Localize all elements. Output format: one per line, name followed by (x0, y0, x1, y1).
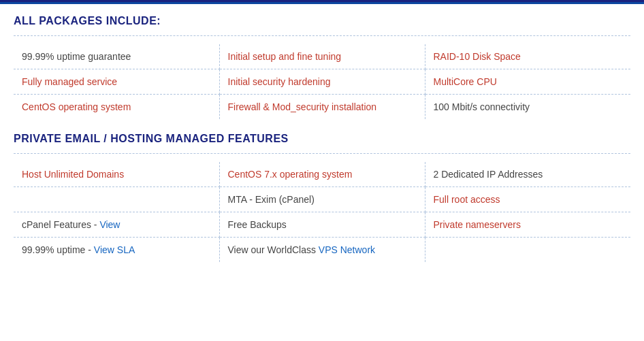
table-cell (425, 238, 630, 263)
table-cell: 99.99% uptime - View SLA (14, 238, 219, 263)
table-row: MTA - Exim (cPanel)Full root access (14, 187, 630, 212)
table-cell: Fully managed service (14, 69, 219, 95)
table-cell: Host Unlimited Domains (14, 162, 219, 187)
all-packages-table: 99.99% uptime guaranteeInitial setup and… (14, 44, 630, 119)
table-row: 99.99% uptime guaranteeInitial setup and… (14, 44, 630, 69)
table-row: cPanel Features - ViewFree BackupsPrivat… (14, 212, 630, 238)
divider-1 (14, 35, 630, 36)
table-cell: MTA - Exim (cPanel) (219, 187, 425, 212)
divider-2 (14, 153, 630, 154)
main-container: ALL PACKAGES INCLUDE: 99.99% uptime guar… (0, 4, 644, 287)
table-cell: 100 Mbit/s connectivity (425, 95, 630, 120)
table-cell: Full root access (425, 187, 630, 212)
table-cell (14, 187, 219, 212)
table-cell: Initial setup and fine tuning (219, 44, 425, 69)
table-cell: MultiCore CPU (425, 69, 630, 95)
table-cell: 99.99% uptime guarantee (14, 44, 219, 69)
table-row: Fully managed serviceInitial security ha… (14, 69, 630, 95)
table-cell: Initial security hardening (219, 69, 425, 95)
table-cell: Free Backups (219, 212, 425, 238)
table-cell: View our WorldClass VPS Network (219, 238, 425, 263)
table-cell: 2 Dedicated IP Addresses (425, 162, 630, 187)
table-row: Host Unlimited DomainsCentOS 7.x operati… (14, 162, 630, 187)
table-cell: RAID-10 Disk Space (425, 44, 630, 69)
private-email-table: Host Unlimited DomainsCentOS 7.x operati… (14, 162, 630, 262)
table-cell: Firewall & Mod_security installation (219, 95, 425, 120)
table-row: CentOS operating systemFirewall & Mod_se… (14, 95, 630, 120)
table-cell: cPanel Features - View (14, 212, 219, 238)
all-packages-title: ALL PACKAGES INCLUDE: (14, 15, 630, 27)
table-cell: Private nameservers (425, 212, 630, 238)
table-cell: CentOS 7.x operating system (219, 162, 425, 187)
table-row: 99.99% uptime - View SLAView our WorldCl… (14, 238, 630, 263)
table-cell: CentOS operating system (14, 95, 219, 120)
private-email-title: PRIVATE EMAIL / HOSTING MANAGED FEATURES (14, 133, 630, 145)
